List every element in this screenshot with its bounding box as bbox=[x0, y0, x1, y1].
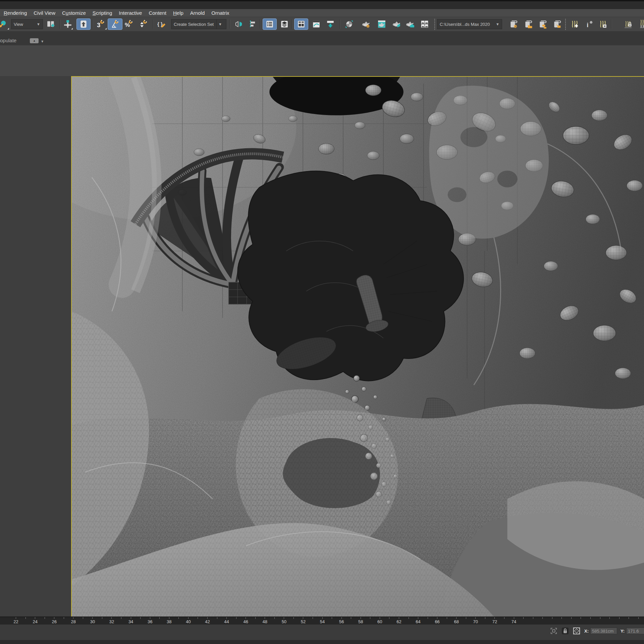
timeline-tick-label: 22 bbox=[6, 619, 25, 625]
menu-item[interactable]: Content bbox=[148, 10, 167, 16]
ornatrix-info-settings-button[interactable]: i bbox=[585, 18, 594, 30]
main-toolbar: View▼ 3 % { } Create Selection Set▼ bbox=[0, 17, 644, 31]
timeline-tick-label: 70 bbox=[466, 619, 485, 625]
a360-gallery-button[interactable] bbox=[419, 18, 431, 30]
rendered-scene-wireframe bbox=[72, 77, 644, 616]
absolute-mode-transform-icon[interactable] bbox=[573, 627, 580, 635]
ornatrix-hair-box-button[interactable] bbox=[597, 18, 608, 30]
y-coordinate-label: Y: bbox=[621, 629, 625, 634]
selection-lock-icon[interactable] bbox=[561, 627, 569, 635]
viewport-render[interactable] bbox=[71, 76, 644, 616]
viewport-empty-left bbox=[0, 76, 71, 616]
window-bottom-edge bbox=[0, 640, 644, 644]
reference-coordinate-system-dropdown[interactable]: View▼ bbox=[11, 19, 43, 29]
timeline-tick-label: 60 bbox=[370, 619, 389, 625]
timeline-tick-label: 34 bbox=[121, 619, 141, 625]
timeline-tick-label: 66 bbox=[428, 619, 447, 625]
toolbar-separator bbox=[339, 19, 340, 29]
ornatrix-add-hair-button[interactable] bbox=[569, 18, 580, 30]
timeline-tick-label: 54 bbox=[313, 619, 332, 625]
menu-item[interactable]: Scripting bbox=[92, 10, 113, 16]
align-button[interactable] bbox=[246, 18, 258, 30]
ornatrix-lock-hair-button[interactable] bbox=[621, 18, 635, 30]
ribbon-strip: opulate ▲ ▼ bbox=[0, 31, 644, 45]
toolbar-separator-dotted bbox=[565, 18, 566, 30]
menu-item[interactable]: Interactive bbox=[118, 10, 143, 16]
spinner-snap-toggle-button[interactable] bbox=[138, 18, 150, 30]
percent-snap-toggle-button[interactable]: % bbox=[123, 18, 135, 30]
timeline-tick-label: 62 bbox=[389, 619, 409, 625]
project-folder-dropdown[interactable]: C:\Users\bl...ds Max 2020▼ bbox=[437, 19, 502, 29]
timeline-tick-label: 48 bbox=[255, 619, 274, 625]
viewport-empty-top bbox=[0, 45, 644, 76]
mirror-button[interactable] bbox=[233, 18, 245, 30]
toolbar-separator bbox=[229, 19, 230, 29]
timeline-tick-label: 40 bbox=[179, 619, 198, 625]
menu-item[interactable]: Ornatrix bbox=[210, 10, 230, 16]
toolbar-separator-dotted bbox=[434, 18, 435, 30]
curve-editor-button[interactable] bbox=[310, 18, 322, 30]
use-center-flyout-button[interactable] bbox=[46, 18, 56, 30]
timeline-tick-label: 52 bbox=[293, 619, 313, 625]
menu-item[interactable]: Rendering bbox=[3, 10, 28, 16]
menu-item[interactable]: Help bbox=[172, 10, 184, 16]
menu-item[interactable]: Arnold bbox=[189, 10, 206, 16]
schematic-view-button[interactable] bbox=[324, 18, 336, 30]
viewport-region bbox=[0, 76, 644, 616]
menu-bar: Rendering Civil View Customize Scripting… bbox=[0, 9, 644, 17]
toolbar-separator bbox=[60, 19, 60, 29]
scene-explorer-toggle-button[interactable] bbox=[263, 18, 277, 30]
timeline-tick-label: 68 bbox=[447, 619, 466, 625]
x-coordinate-label: X: bbox=[584, 629, 589, 634]
menu-item[interactable]: Customize bbox=[61, 10, 87, 16]
scene-script-nodes-button[interactable] bbox=[536, 18, 549, 30]
timeline-tick-label: 44 bbox=[217, 619, 236, 625]
chevron-down-icon: ▼ bbox=[493, 22, 499, 26]
3dsmax-window: Rendering Civil View Customize Scripting… bbox=[0, 0, 644, 644]
angle-snap-toggle-button[interactable] bbox=[108, 18, 122, 30]
menu-item[interactable]: Civil View bbox=[33, 10, 56, 16]
toolbar-separator bbox=[260, 19, 261, 29]
chevron-down-icon[interactable]: ▼ bbox=[41, 40, 44, 43]
layer-explorer-toggle-button[interactable] bbox=[278, 18, 290, 30]
chevron-down-icon[interactable]: ▼ bbox=[216, 19, 224, 29]
timeline-tick-label: 32 bbox=[102, 619, 121, 625]
timeline-tick-label: 46 bbox=[236, 619, 255, 625]
scene-script-box-button[interactable] bbox=[551, 18, 563, 30]
timeline-tick-label: 74 bbox=[504, 619, 523, 625]
select-and-manipulate-button[interactable] bbox=[62, 18, 73, 30]
keyboard-shortcut-override-toggle[interactable] bbox=[76, 18, 91, 30]
scene-script-gear-button[interactable] bbox=[507, 18, 520, 30]
timeline-tick-label: 36 bbox=[141, 619, 160, 625]
status-bar: X: 585.381cm Y: 171.6 bbox=[0, 625, 644, 640]
timeline-tick-label: 72 bbox=[485, 619, 504, 625]
quick-access-strip bbox=[0, 1, 644, 9]
timeline-tick-label: 30 bbox=[83, 619, 102, 625]
select-and-place-button[interactable] bbox=[0, 18, 9, 30]
render-in-cloud-button[interactable] bbox=[404, 18, 416, 30]
timeline-tick-label: 56 bbox=[332, 619, 351, 625]
timeline-ruler[interactable]: 2224262830323436384042444648505254565860… bbox=[0, 616, 644, 625]
create-selection-set-field[interactable]: Create Selection Set▼ bbox=[171, 19, 226, 29]
ribbon-toggle-button[interactable] bbox=[294, 18, 308, 30]
y-coordinate-field[interactable]: 171.6 bbox=[626, 628, 644, 634]
render-production-button[interactable] bbox=[390, 18, 402, 30]
timeline-tick-label: 28 bbox=[64, 619, 83, 625]
toolbar-separator bbox=[92, 19, 93, 29]
timeline-tick-label: 50 bbox=[274, 619, 293, 625]
render-setup-button[interactable] bbox=[360, 18, 372, 30]
svg-text:i: i bbox=[587, 21, 588, 29]
timeline-tick-label: 24 bbox=[25, 619, 45, 625]
ornatrix-bake-hair-button[interactable] bbox=[637, 18, 644, 30]
x-coordinate-field[interactable]: 585.381cm bbox=[590, 628, 617, 634]
rendered-frame-window-button[interactable] bbox=[376, 18, 388, 30]
snaps-toggle-button[interactable]: 3 bbox=[95, 18, 107, 30]
scene-script-folder-button[interactable] bbox=[522, 18, 535, 30]
ribbon-minimize-button[interactable]: ▲ bbox=[30, 38, 39, 43]
edit-named-selection-sets-button[interactable]: { } bbox=[156, 18, 168, 30]
material-editor-button[interactable] bbox=[343, 18, 356, 30]
timeline-tick-label: 38 bbox=[160, 619, 179, 625]
isolate-selection-icon[interactable] bbox=[550, 627, 557, 635]
ribbon-tab-populate[interactable]: opulate bbox=[0, 38, 16, 43]
timeline-tick-label: 26 bbox=[45, 619, 64, 625]
